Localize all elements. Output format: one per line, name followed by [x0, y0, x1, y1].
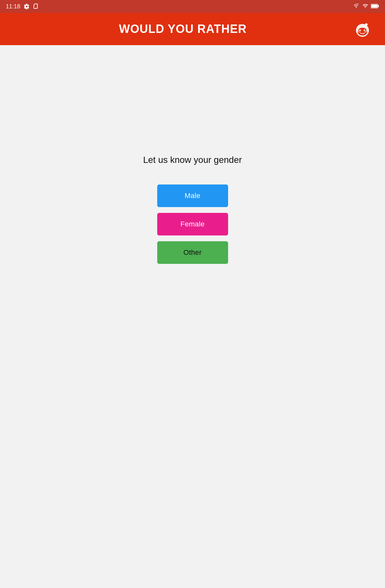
svg-point-5 [365, 23, 368, 26]
reddit-icon [353, 19, 372, 39]
app-title: WOULD YOU RATHER [13, 22, 353, 36]
app-bar: WOULD YOU RATHER [0, 13, 385, 45]
sim-icon [33, 3, 38, 10]
gender-prompt: Let us know your gender [143, 155, 242, 165]
svg-point-15 [365, 31, 367, 33]
buttons-container: Male Female Other [157, 184, 228, 264]
svg-rect-3 [371, 5, 378, 7]
svg-point-13 [366, 29, 369, 32]
wifi-icon [353, 3, 360, 10]
male-button[interactable]: Male [157, 184, 228, 207]
other-button[interactable]: Other [157, 241, 228, 264]
status-time: 11:18 [6, 3, 20, 10]
svg-point-12 [356, 29, 359, 32]
female-button[interactable]: Female [157, 213, 228, 235]
svg-point-11 [365, 30, 366, 31]
signal-icon [362, 3, 368, 10]
svg-point-10 [360, 30, 361, 31]
battery-icon [371, 3, 379, 10]
main-content: Let us know your gender Male Female Othe… [0, 45, 385, 588]
gear-icon [24, 3, 30, 10]
status-bar: 11:18 [0, 0, 385, 13]
svg-rect-2 [378, 5, 379, 7]
status-icons [353, 3, 379, 10]
svg-point-14 [358, 31, 360, 33]
